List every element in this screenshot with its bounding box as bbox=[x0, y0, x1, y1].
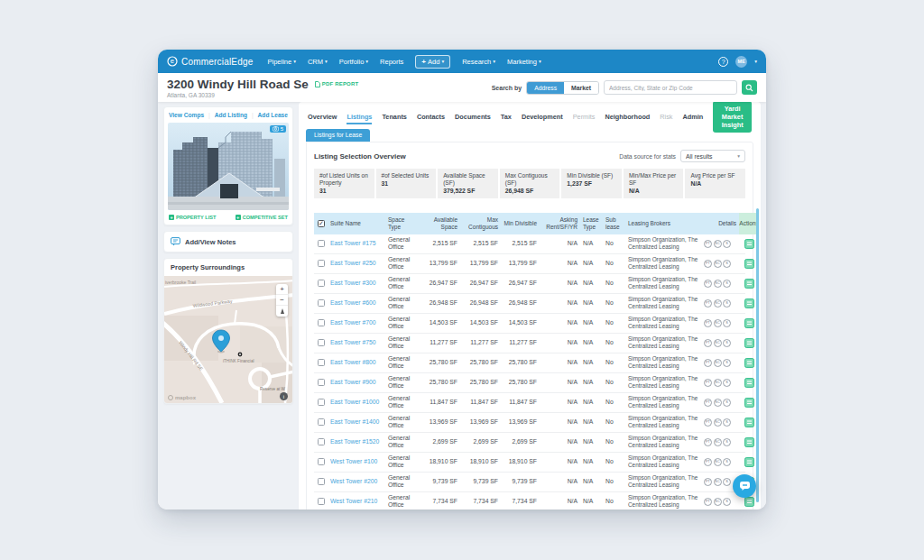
nav-item-research[interactable]: Research▾ bbox=[462, 58, 495, 66]
sidebar-link-add-lease[interactable]: Add Lease bbox=[258, 112, 288, 118]
suite-name-link[interactable]: East Tower #600 bbox=[330, 299, 376, 306]
listing-action-icon[interactable] bbox=[744, 318, 754, 328]
detail-badge-pt[interactable]: PT bbox=[704, 240, 712, 248]
suite-name-link[interactable]: West Tower #210 bbox=[330, 498, 377, 504]
commercialedge-logo[interactable]: e CommercialEdge bbox=[167, 56, 254, 67]
listing-action-icon[interactable] bbox=[744, 279, 754, 289]
row-checkbox[interactable] bbox=[318, 399, 325, 406]
sidebar-link-add-listing[interactable]: Add Listing bbox=[215, 112, 247, 118]
pdf-report-link[interactable]: PDF REPORT bbox=[315, 81, 359, 87]
suite-name-link[interactable]: East Tower #175 bbox=[330, 240, 376, 246]
map-info-icon[interactable]: i bbox=[280, 392, 288, 400]
detail-badge-sc[interactable]: SC bbox=[714, 299, 722, 308]
tab-listings[interactable]: Listings bbox=[346, 113, 372, 121]
nav-item-marketing[interactable]: Marketing▾ bbox=[507, 58, 541, 66]
listing-action-icon[interactable] bbox=[744, 378, 754, 388]
row-checkbox[interactable] bbox=[318, 498, 325, 505]
detail-badge-s[interactable]: S bbox=[723, 399, 731, 407]
detail-badge-pt[interactable]: PT bbox=[704, 280, 712, 288]
surroundings-map[interactable]: iverbrooke Trail Wildwood Parkway Windy … bbox=[164, 276, 292, 403]
detail-badge-sc[interactable]: SC bbox=[714, 438, 722, 446]
detail-badge-sc[interactable]: SC bbox=[714, 498, 722, 506]
suite-name-link[interactable]: East Tower #900 bbox=[330, 379, 376, 385]
listing-action-icon[interactable] bbox=[744, 259, 754, 269]
tab-admin[interactable]: Admin bbox=[683, 113, 704, 121]
detail-badge-sc[interactable]: SC bbox=[714, 339, 722, 347]
row-checkbox[interactable] bbox=[318, 438, 325, 445]
detail-badge-s[interactable]: S bbox=[723, 498, 731, 506]
suite-name-link[interactable]: West Tower #100 bbox=[330, 458, 377, 464]
listing-action-icon[interactable] bbox=[744, 239, 754, 249]
suite-name-link[interactable]: East Tower #1400 bbox=[330, 418, 379, 425]
sidebar-link-view-comps[interactable]: View Comps bbox=[169, 112, 204, 118]
suite-name-link[interactable]: East Tower #300 bbox=[330, 280, 376, 286]
property-list-link[interactable]: + PROPERTY LIST bbox=[169, 215, 216, 220]
tab-listings-for-lease[interactable]: Listings for Lease bbox=[306, 129, 370, 142]
tab-contacts[interactable]: Contacts bbox=[417, 113, 445, 121]
row-checkbox[interactable] bbox=[318, 418, 325, 426]
competitive-set-link[interactable]: + COMPETITIVE SET bbox=[236, 215, 288, 220]
detail-badge-pt[interactable]: PT bbox=[704, 260, 712, 268]
row-checkbox[interactable] bbox=[318, 319, 325, 326]
detail-badge-pt[interactable]: PT bbox=[704, 319, 712, 327]
search-input[interactable] bbox=[604, 80, 737, 95]
tab-tax[interactable]: Tax bbox=[501, 113, 512, 121]
detail-badge-s[interactable]: S bbox=[723, 299, 731, 308]
map-compass-button[interactable] bbox=[276, 306, 288, 317]
detail-badge-s[interactable]: S bbox=[723, 359, 731, 367]
listing-action-icon[interactable] bbox=[744, 298, 754, 308]
yardi-market-insight-button[interactable]: Yardi Market Insight bbox=[713, 101, 752, 133]
detail-badge-s[interactable]: S bbox=[723, 339, 731, 347]
map-attribution[interactable]: mapbox bbox=[168, 395, 196, 400]
detail-badge-pt[interactable]: PT bbox=[704, 458, 712, 466]
select-all-checkbox[interactable] bbox=[318, 220, 325, 227]
address-toggle-button[interactable]: Address bbox=[527, 82, 564, 94]
detail-badge-s[interactable]: S bbox=[723, 260, 731, 268]
detail-badge-pt[interactable]: PT bbox=[704, 359, 712, 367]
detail-badge-sc[interactable]: SC bbox=[714, 240, 722, 248]
listing-action-icon[interactable] bbox=[744, 497, 754, 507]
market-toggle-button[interactable]: Market bbox=[564, 82, 598, 94]
tab-risk[interactable]: Risk bbox=[660, 113, 672, 121]
detail-badge-s[interactable]: S bbox=[723, 418, 731, 427]
add-view-notes-button[interactable]: Add/View Notes bbox=[163, 231, 293, 252]
detail-badge-sc[interactable]: SC bbox=[714, 260, 722, 268]
detail-badge-sc[interactable]: SC bbox=[714, 379, 722, 387]
listing-action-icon[interactable] bbox=[744, 338, 754, 348]
detail-badge-sc[interactable]: SC bbox=[714, 418, 722, 427]
detail-badge-sc[interactable]: SC bbox=[714, 399, 722, 407]
tab-overview[interactable]: Overview bbox=[308, 113, 337, 121]
nav-item-add[interactable]: +Add▾ bbox=[415, 55, 450, 69]
detail-badge-sc[interactable]: SC bbox=[714, 280, 722, 288]
avatar[interactable]: ME bbox=[735, 56, 747, 68]
detail-badge-pt[interactable]: PT bbox=[704, 379, 712, 387]
detail-badge-pt[interactable]: PT bbox=[704, 339, 712, 347]
listing-action-icon[interactable] bbox=[744, 418, 754, 427]
detail-badge-pt[interactable]: PT bbox=[704, 299, 712, 308]
listing-action-icon[interactable] bbox=[744, 437, 754, 447]
tab-tenants[interactable]: Tenants bbox=[382, 113, 406, 121]
detail-badge-s[interactable]: S bbox=[723, 458, 731, 466]
detail-badge-s[interactable]: S bbox=[723, 280, 731, 288]
row-checkbox[interactable] bbox=[318, 280, 325, 287]
listing-action-icon[interactable] bbox=[744, 457, 754, 467]
row-checkbox[interactable] bbox=[318, 458, 325, 465]
detail-badge-pt[interactable]: PT bbox=[704, 399, 712, 407]
tab-neighborhood[interactable]: Neighborhood bbox=[605, 113, 650, 121]
row-checkbox[interactable] bbox=[318, 478, 325, 485]
tab-documents[interactable]: Documents bbox=[455, 113, 491, 121]
detail-badge-sc[interactable]: SC bbox=[714, 319, 722, 327]
detail-badge-s[interactable]: S bbox=[723, 379, 731, 387]
row-checkbox[interactable] bbox=[318, 379, 325, 386]
chat-button[interactable] bbox=[733, 474, 756, 498]
search-button[interactable] bbox=[742, 80, 757, 95]
nav-item-reports[interactable]: Reports bbox=[380, 58, 403, 66]
avatar-chevron-down-icon[interactable]: ▾ bbox=[754, 59, 757, 64]
suite-name-link[interactable]: East Tower #1000 bbox=[330, 399, 379, 405]
listing-action-icon[interactable] bbox=[744, 398, 754, 408]
row-checkbox[interactable] bbox=[318, 260, 325, 267]
detail-badge-sc[interactable]: SC bbox=[714, 458, 722, 466]
nav-item-crm[interactable]: CRM▾ bbox=[308, 58, 328, 66]
map-zoom-out-button[interactable]: − bbox=[276, 295, 288, 306]
property-photo[interactable]: 5 bbox=[168, 123, 289, 210]
